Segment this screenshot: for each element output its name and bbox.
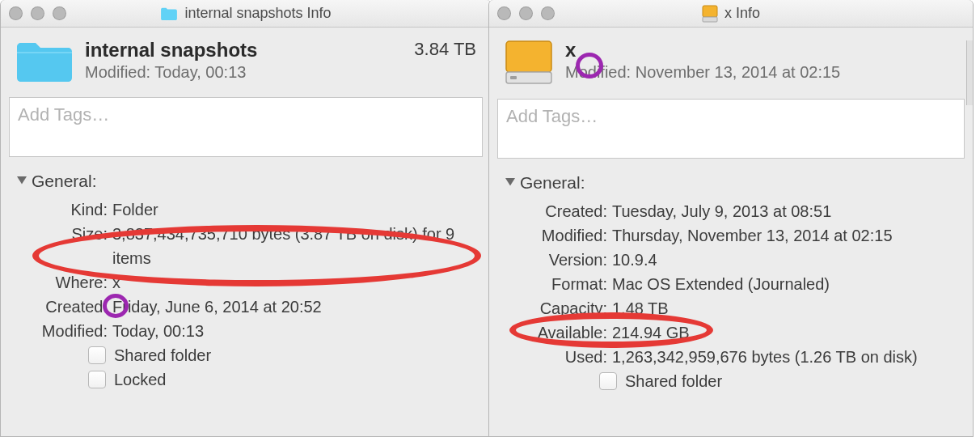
general-section: General: Created: Tuesday, July 9, 2013 … bbox=[489, 159, 973, 393]
titlebar[interactable]: x Info bbox=[489, 0, 973, 28]
window-title: internal snapshots Info bbox=[184, 5, 331, 22]
svg-rect-4 bbox=[510, 76, 517, 79]
background-edge bbox=[966, 40, 973, 105]
info-header: x Modified: November 13, 2014 at 02:15 bbox=[489, 28, 973, 94]
window-title: x Info bbox=[724, 5, 760, 22]
created-row: Created: Friday, June 6, 2014 at 20:52 bbox=[17, 295, 476, 319]
window-controls bbox=[9, 6, 66, 20]
folder-icon bbox=[160, 6, 178, 21]
general-label: General: bbox=[32, 172, 97, 191]
shared-folder-checkbox[interactable] bbox=[88, 346, 106, 364]
format-row: Format: Mac OS Extended (Journaled) bbox=[505, 272, 958, 296]
locked-checkbox[interactable] bbox=[88, 371, 106, 388]
locked-row: Locked bbox=[17, 367, 476, 392]
triangle-down-icon bbox=[17, 176, 27, 186]
shared-folder-row: Shared folder bbox=[505, 369, 958, 393]
tags-input[interactable]: Add Tags… bbox=[497, 99, 965, 159]
triangle-down-icon bbox=[505, 178, 515, 188]
window-controls bbox=[497, 6, 555, 20]
svg-rect-2 bbox=[506, 41, 551, 72]
general-label: General: bbox=[520, 173, 585, 193]
kind-row: Kind: Folder bbox=[17, 197, 476, 222]
general-section: General: Kind: Folder Size: 3,837,434,73… bbox=[1, 157, 491, 392]
shared-folder-row: Shared folder bbox=[17, 343, 476, 367]
drive-icon bbox=[504, 39, 554, 86]
used-row: Used: 1,263,342,959,676 bytes (1.26 TB o… bbox=[505, 345, 958, 369]
where-row: Where: x bbox=[17, 270, 476, 295]
capacity-row: Capacity: 1.48 TB bbox=[505, 296, 958, 320]
item-name: x bbox=[565, 39, 958, 62]
info-header: internal snapshots Modified: Today, 00:1… bbox=[1, 28, 491, 92]
minimize-button[interactable] bbox=[519, 6, 533, 20]
tags-input[interactable]: Add Tags… bbox=[9, 97, 483, 157]
zoom-button[interactable] bbox=[541, 6, 555, 20]
created-row: Created: Tuesday, July 9, 2013 at 08:51 bbox=[505, 199, 958, 223]
close-button[interactable] bbox=[497, 6, 511, 20]
available-row: Available: 214.94 GB bbox=[505, 320, 958, 345]
svg-rect-0 bbox=[703, 6, 717, 17]
item-name: internal snapshots bbox=[85, 39, 403, 62]
shared-folder-checkbox[interactable] bbox=[599, 372, 617, 390]
svg-rect-1 bbox=[703, 17, 717, 22]
general-disclosure[interactable]: General: bbox=[505, 173, 958, 193]
modified-row: Modified: Thursday, November 13, 2014 at… bbox=[505, 223, 958, 248]
titlebar[interactable]: internal snapshots Info bbox=[1, 0, 491, 28]
general-disclosure[interactable]: General: bbox=[17, 172, 476, 191]
item-modified: Modified: November 13, 2014 at 02:15 bbox=[565, 63, 958, 82]
item-size: 3.84 TB bbox=[414, 39, 476, 60]
minimize-button[interactable] bbox=[31, 6, 44, 20]
size-row: Size: 3,837,434,735,710 bytes (3.87 TB o… bbox=[17, 222, 476, 270]
info-window-volume: x Info x Modified: November 13, 2014 at … bbox=[488, 0, 974, 437]
modified-row: Modified: Today, 00:13 bbox=[17, 319, 476, 343]
info-window-folder: internal snapshots Info internal snapsho… bbox=[0, 0, 492, 437]
zoom-button[interactable] bbox=[53, 6, 66, 20]
version-row: Version: 10.9.4 bbox=[505, 248, 958, 272]
item-modified: Modified: Today, 00:13 bbox=[85, 63, 403, 82]
folder-icon bbox=[15, 39, 74, 84]
close-button[interactable] bbox=[9, 6, 23, 20]
drive-icon bbox=[702, 5, 718, 23]
